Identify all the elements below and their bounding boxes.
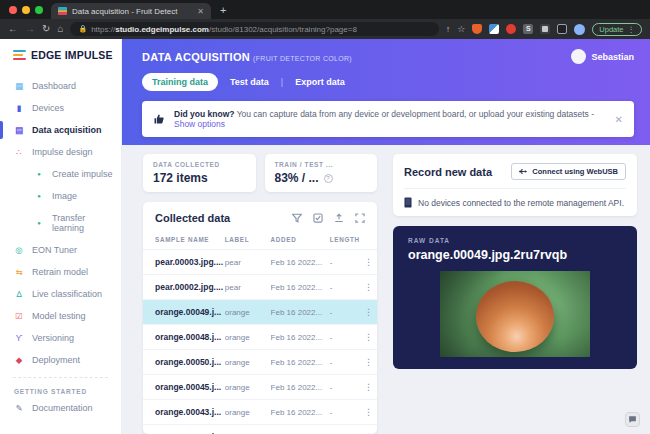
sidebar-item-live-classification[interactable]: ∆Live classification <box>0 283 121 305</box>
sidebar-item-versioning[interactable]: ƳVersioning <box>0 327 121 349</box>
banner-close-icon[interactable]: ✕ <box>615 114 623 125</box>
tab-test-data[interactable]: Test data <box>230 77 269 87</box>
connect-webusb-button[interactable]: Connect using WebUSB <box>511 163 626 180</box>
browser-tab[interactable]: Data acquisition - Fruit Detect ✕ <box>51 3 211 19</box>
table-row[interactable]: orange.00048.j...orangeFeb 16 2022...-⋮ <box>143 325 377 350</box>
table-row[interactable]: orange.00041.j...orangeFeb 16 2022...-⋮ <box>143 425 377 434</box>
adguard-extension-icon[interactable] <box>472 24 482 34</box>
row-menu-icon[interactable]: ⋮ <box>360 375 377 400</box>
sidebar-item-transfer-learning[interactable]: ●Transfer learning <box>0 207 121 239</box>
blue-extension-icon[interactable] <box>489 24 499 34</box>
sample-length: - <box>330 275 360 300</box>
table-row[interactable]: orange.00050.j...orangeFeb 16 2022...-⋮ <box>143 350 377 375</box>
upload-icon[interactable] <box>334 213 344 223</box>
sample-length: - <box>330 350 360 375</box>
column-header-sample-name[interactable]: SAMPLE NAME <box>143 232 225 250</box>
table-row[interactable]: pear.00003.jpg....pearFeb 16 2022...-⋮ <box>143 250 377 275</box>
data-collected-value: 172 items <box>153 171 246 185</box>
orange-fruit <box>476 281 554 352</box>
connect-webusb-label: Connect using WebUSB <box>532 167 618 176</box>
new-tab-button[interactable]: + <box>220 4 226 19</box>
sidebar-item-impulse-design[interactable]: ∴Impulse design <box>0 141 121 163</box>
sample-added: Feb 16 2022... <box>271 300 330 325</box>
help-icon[interactable]: ? <box>324 174 333 183</box>
sidebar-item-retrain-model[interactable]: ⇆Retrain model <box>0 261 121 283</box>
sidebar-item-documentation[interactable]: ✎Documentation <box>0 397 121 419</box>
row-menu-icon[interactable]: ⋮ <box>360 300 377 325</box>
sample-image-orange <box>440 271 590 357</box>
sidebar-item-dashboard[interactable]: ▦Dashboard <box>0 75 121 97</box>
back-button[interactable]: ← <box>8 24 18 34</box>
column-header-length[interactable]: LENGTH <box>330 232 360 250</box>
row-menu-icon[interactable]: ⋮ <box>360 400 377 425</box>
sidebar-item-devices[interactable]: ▮Devices <box>0 97 121 119</box>
extensions-puzzle-icon[interactable] <box>540 24 550 34</box>
row-menu-icon[interactable]: ⋮ <box>360 425 377 434</box>
share-icon[interactable]: ↑ <box>446 24 451 34</box>
edge-impulse-favicon-icon <box>58 7 67 15</box>
browser-profile-avatar[interactable] <box>574 24 585 35</box>
sidebar-toggle-extension-icon[interactable] <box>557 24 567 34</box>
edge-impulse-logo[interactable]: EDGE IMPULSE <box>0 49 121 75</box>
chat-widget-button[interactable] <box>625 412 640 427</box>
sample-label: pear <box>225 250 271 275</box>
sample-added: Feb 16 2022... <box>271 400 330 425</box>
devices-icon: ▮ <box>14 103 24 113</box>
url-host: studio.edgeimpulse.com <box>115 25 209 34</box>
s-extension-icon[interactable]: S <box>523 24 533 34</box>
sample-added: Feb 16 2022... <box>271 250 330 275</box>
row-menu-icon[interactable]: ⋮ <box>360 325 377 350</box>
tab-separator: | <box>281 77 283 87</box>
train-test-split-label: TRAIN / TEST ... <box>275 161 368 168</box>
adblock-extension-icon[interactable] <box>506 24 516 34</box>
sample-label: orange <box>225 325 271 350</box>
sidebar-item-image[interactable]: ●Image <box>0 185 121 207</box>
username: Sebastian <box>591 52 634 62</box>
column-header-label[interactable]: LABEL <box>225 232 271 250</box>
bookmark-star-icon[interactable]: ☆ <box>457 24 465 34</box>
sidebar-item-data-acquisition[interactable]: ▤Data acquisition <box>0 119 121 141</box>
update-button[interactable]: Update⋮ <box>592 23 642 36</box>
reload-button[interactable]: ↻ <box>42 24 50 34</box>
filter-icon[interactable] <box>292 213 302 223</box>
zoom-window-button[interactable] <box>35 6 43 14</box>
sample-length: - <box>330 425 360 434</box>
expand-icon[interactable] <box>355 213 365 223</box>
home-button[interactable]: ⌂ <box>57 24 63 34</box>
table-row[interactable]: orange.00045.j...orangeFeb 16 2022...-⋮ <box>143 375 377 400</box>
sample-length: - <box>330 375 360 400</box>
close-window-button[interactable] <box>9 6 17 14</box>
select-items-icon[interactable] <box>313 213 323 223</box>
table-row-selected[interactable]: orange.00049.j...orangeFeb 16 2022...-⋮ <box>143 300 377 325</box>
sample-added: Feb 16 2022... <box>271 350 330 375</box>
row-menu-icon[interactable]: ⋮ <box>360 275 377 300</box>
minimize-window-button[interactable] <box>22 6 30 14</box>
sidebar-item-create-impulse[interactable]: ●Create impulse <box>0 163 121 185</box>
user-menu[interactable]: Sebastian <box>571 49 634 64</box>
address-bar[interactable]: 🔒 https://studio.edgeimpulse.com/studio/… <box>70 22 438 36</box>
update-menu-dots-icon: ⋮ <box>628 25 636 34</box>
sidebar-item-eon-tuner[interactable]: ◎EON Tuner <box>0 239 121 261</box>
show-options-link[interactable]: Show options <box>174 119 225 129</box>
device-status: No devices connected to the remote manag… <box>404 197 626 208</box>
column-header-added[interactable]: ADDED <box>271 232 330 250</box>
sidebar-item-label: Retrain model <box>32 267 88 277</box>
row-menu-icon[interactable]: ⋮ <box>360 250 377 275</box>
forward-button[interactable]: → <box>25 24 35 34</box>
sample-name: pear.00002.jpg.... <box>143 275 225 300</box>
table-row[interactable]: orange.00043.j...orangeFeb 16 2022...-⋮ <box>143 400 377 425</box>
deployment-icon: ◆ <box>14 355 24 365</box>
collected-data-card: Collected data SAMPLE NAME LABEL <box>143 202 377 434</box>
table-row[interactable]: pear.00002.jpg....pearFeb 16 2022...-⋮ <box>143 275 377 300</box>
sidebar-item-model-testing[interactable]: ☑Model testing <box>0 305 121 327</box>
tab-training-data[interactable]: Training data <box>142 73 218 91</box>
sidebar-item-deployment[interactable]: ◆Deployment <box>0 349 121 371</box>
sidebar-section-getting-started: GETTING STARTED <box>0 384 121 397</box>
lock-icon: 🔒 <box>78 25 87 33</box>
tab-close-icon[interactable]: ✕ <box>197 7 204 16</box>
sample-name: orange.00041.j... <box>143 425 225 434</box>
tab-export-data[interactable]: Export data <box>295 77 345 87</box>
row-menu-icon[interactable]: ⋮ <box>360 350 377 375</box>
train-test-split-card: TRAIN / TEST ... 83% / ...? <box>265 154 378 192</box>
collected-data-table: SAMPLE NAME LABEL ADDED LENGTH pear.0000… <box>143 232 377 434</box>
